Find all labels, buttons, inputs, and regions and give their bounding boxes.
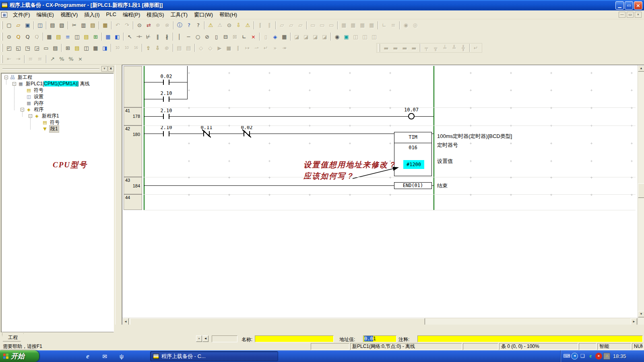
tree-item-label[interactable]: 程序 [33, 106, 44, 113]
tree-item-label[interactable]: 新程序1 [41, 113, 60, 119]
new-file-icon[interactable]: ▢ [5, 21, 13, 29]
new-instruction-icon[interactable]: ▯ [212, 33, 221, 41]
help-icon[interactable]: ? [185, 21, 193, 29]
mail-quicklaunch-icon[interactable]: ✉ [101, 352, 109, 360]
find-warning-icon[interactable]: ⊙ [225, 21, 233, 29]
operand-label[interactable]: 2.10 [157, 108, 176, 113]
address-ref-icon[interactable]: ◉ [333, 33, 341, 41]
menu-item[interactable]: 插入(I) [81, 10, 103, 20]
hc-monitor-icon[interactable]: ▣ [342, 33, 351, 41]
security-alert-tray-icon[interactable]: × [595, 353, 602, 360]
close-button[interactable]: × [634, 1, 642, 10]
ie-quicklaunch-icon[interactable]: e [84, 352, 92, 360]
vm-tray-icon[interactable]: ⚠ [603, 353, 610, 360]
tree-view-icon[interactable]: ⊞ [91, 33, 100, 41]
menu-item[interactable]: 视图(V) [57, 10, 81, 20]
grid-toggle-icon[interactable]: ▦ [45, 33, 54, 41]
tree-item[interactable]: ▼段1 [2, 125, 113, 132]
tree-item-label[interactable]: 内存 [33, 100, 44, 107]
local-symbol-icon[interactable]: ◫ [82, 44, 91, 52]
child-minimize-button[interactable]: — [619, 12, 625, 18]
no-contact[interactable] [163, 131, 169, 136]
panel-splitter[interactable] [115, 65, 122, 343]
scroll-right-button[interactable]: ► [631, 318, 637, 325]
rung-gutter-cell[interactable]: 42 180 [124, 125, 142, 177]
diff-percent2-icon[interactable]: % [67, 55, 75, 63]
menu-item[interactable]: 模拟(S) [143, 10, 167, 20]
vertical-scrollbar[interactable]: ▲ ▼ [638, 65, 644, 325]
cascade-icon[interactable]: ◰ [5, 44, 13, 52]
minimize-button[interactable]: ▁ [615, 1, 624, 10]
symbol-table-icon[interactable]: ▦ [104, 33, 112, 41]
rung-gutter-cell[interactable] [124, 66, 142, 107]
rung-gutter-cell[interactable]: 43 184 [124, 177, 142, 194]
no-contact[interactable] [163, 80, 169, 85]
menu-item[interactable]: 编辑(E) [33, 10, 57, 20]
replace-icon[interactable]: ⇄ [144, 21, 153, 29]
start-button[interactable]: 开始 [0, 350, 39, 362]
diff-clear-icon[interactable]: × [76, 55, 85, 63]
scroll-left-button[interactable]: ◄ [122, 318, 129, 325]
select-arrow-icon[interactable]: ↖ [126, 33, 134, 41]
send-changes-icon[interactable]: ◈ [271, 33, 279, 41]
diff-percent1-icon[interactable]: % [58, 55, 66, 63]
print-icon[interactable]: ▤ [48, 21, 57, 29]
edit-bar-collapse-button[interactable]: ◄ [202, 335, 208, 342]
copy-icon[interactable]: ▥ [79, 21, 88, 29]
edit-bar-close-button[interactable]: × [196, 335, 202, 342]
scroll-down-button[interactable]: ▼ [638, 311, 644, 317]
comment-edit-icon[interactable]: ▤ [73, 44, 81, 52]
end-instruction-box[interactable]: END(01) [394, 182, 432, 189]
horizontal-line-icon[interactable]: ─ [184, 33, 193, 41]
workspace-close-button[interactable]: × [108, 66, 114, 72]
menu-item[interactable]: 编程(P) [120, 10, 143, 20]
menu-item[interactable]: 帮助(H) [216, 10, 240, 20]
paste-rung-icon[interactable]: ▦ [101, 21, 109, 29]
toolbar-grip[interactable] [379, 44, 380, 52]
rung-gutter-cell[interactable]: 44 [124, 194, 142, 210]
ladder-canvas[interactable]: 41 178 42 180 43 184 44 0.02 2.10 2.10 1… [122, 65, 638, 318]
tree-item-label[interactable]: 段1 [49, 125, 59, 133]
compile-icon[interactable]: ⚠ [206, 21, 215, 29]
menu-item[interactable]: 文件(F) [10, 10, 33, 20]
menu-item[interactable]: 工具(T) [167, 10, 191, 20]
cut-icon[interactable]: ✂ [70, 21, 78, 29]
tree-expand-box[interactable]: − [12, 82, 16, 86]
zoom-small-icon[interactable]: ⊙ [5, 33, 13, 41]
line-delete-icon[interactable]: × [249, 33, 258, 41]
editor-quicklaunch-icon[interactable]: ψ [118, 352, 126, 360]
tree-expand-box[interactable]: − [21, 108, 24, 111]
toolbar-grip[interactable] [2, 21, 3, 29]
no-contact[interactable] [163, 97, 169, 102]
save-icon[interactable]: ▣ [23, 21, 32, 29]
restore-button[interactable]: ▭ [625, 1, 633, 10]
context-help-icon[interactable]: ? [194, 21, 202, 29]
taskbar-task-button[interactable]: 程序上载备份 - C... [150, 351, 278, 361]
toolbar-grip[interactable] [2, 33, 3, 41]
project-tab[interactable]: 工程 [2, 333, 24, 341]
vertical-line-icon[interactable]: │ [175, 33, 184, 41]
browser-tray-icon[interactable]: e [587, 353, 594, 360]
workspace-grip[interactable] [2, 68, 99, 70]
work-online-icon[interactable]: ⚠ [244, 21, 252, 29]
tree-item-label[interactable]: 设置 [33, 93, 44, 100]
tree-item[interactable]: ▤符号 [2, 87, 113, 93]
set-value-icon[interactable]: ⇧ [144, 44, 153, 52]
child-restore-button[interactable]: ▭ [627, 12, 634, 18]
transfer-warning-icon[interactable]: ⇩ [234, 21, 243, 29]
paste-icon[interactable]: ▤ [89, 21, 97, 29]
tree-expand-box[interactable]: − [29, 114, 32, 118]
previous-window-icon[interactable]: ▭ [42, 44, 50, 52]
tree-item[interactable]: −◈新程序1 [2, 113, 113, 119]
edit-grid-icon[interactable]: ▦ [280, 33, 289, 41]
horizontal-scrollbar[interactable]: ◄ ► [122, 318, 638, 325]
new-closed-contact-icon[interactable]: ⊬ [144, 33, 153, 41]
cross-reference-icon[interactable]: ⊞ [64, 44, 72, 52]
operand-label[interactable]: 2.10 [157, 90, 176, 96]
rung-gutter-cell[interactable]: 41 178 [124, 107, 142, 125]
rung-list-icon[interactable]: ≡ [64, 33, 72, 41]
scroll-up-button[interactable]: ▲ [638, 65, 644, 72]
line-connect-icon[interactable]: ∟ [240, 33, 248, 41]
output-coil[interactable] [408, 113, 415, 119]
zoom-custom-icon[interactable]: Q [14, 33, 23, 41]
